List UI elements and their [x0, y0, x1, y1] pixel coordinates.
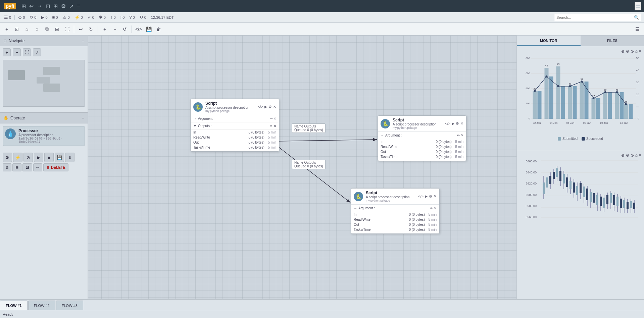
search-button-icon[interactable]: 🔍 [632, 15, 641, 20]
node1-play-btn[interactable]: ▶ [264, 105, 267, 109]
node1-close-icon[interactable]: ✕ [274, 117, 276, 120]
navigate-collapse[interactable]: − [82, 39, 84, 43]
chart-zoom-out[interactable]: ⊖ [626, 49, 629, 54]
canvas-area[interactable]: 🐍 Script A script processor description … [88, 36, 516, 299]
op-btn-save[interactable]: 💾 [55, 153, 64, 162]
node1-outputs-close[interactable]: ✕ [274, 124, 276, 128]
toolbar-redo[interactable]: ↻ [86, 24, 96, 34]
status-item-question[interactable]: ? 0 [128, 15, 136, 20]
top-icon-monitor[interactable]: ⊡ [46, 3, 50, 9]
status-item-stop[interactable]: ■ 0 [51, 15, 59, 20]
status-item-play[interactable]: ▶ 0 [40, 15, 49, 20]
node2-code-btn[interactable]: </> [445, 121, 450, 126]
toolbar-remove[interactable]: ○ [32, 24, 42, 34]
node2-close-btn[interactable]: ✕ [460, 121, 463, 126]
op-btn-img[interactable]: 🖼 [22, 163, 32, 171]
node3-gear-btn[interactable]: ⚙ [429, 194, 432, 199]
op-btn-stop[interactable]: ⊘ [23, 153, 33, 162]
zoom-out-btn[interactable]: − [13, 48, 21, 56]
node2-gear-btn[interactable]: ⚙ [456, 121, 459, 126]
toolbar-refresh[interactable]: ↺ [120, 24, 130, 34]
node3-close-icon[interactable]: ✕ [434, 206, 437, 210]
chart2-menu[interactable]: ≡ [639, 153, 641, 158]
zoom-in-btn[interactable]: + [3, 48, 11, 56]
flow-tab-2[interactable]: FLOW #2 [28, 301, 55, 310]
toolbar-copy[interactable]: ⧉ [42, 24, 52, 34]
fit-btn[interactable]: ⛶ [23, 48, 31, 56]
node3-code-btn[interactable]: </> [418, 194, 424, 199]
op-btn-delete[interactable]: 🗑 DELETE [43, 163, 68, 171]
node1-edit-icon[interactable]: ✏ [270, 117, 273, 120]
node1-gear-btn[interactable]: ⚙ [268, 105, 272, 109]
chart2-fit[interactable]: ⊙ [631, 153, 634, 158]
monitor-tab[interactable]: MONITOR [517, 36, 581, 46]
node3-edit-icon[interactable]: ✏ [430, 206, 433, 210]
flow-tab-1[interactable]: FLOW #1 [0, 301, 28, 310]
top-icon-box[interactable]: ⊞ [53, 3, 58, 9]
status-item-check[interactable]: ✓ 0 [86, 15, 96, 20]
op-btn-edit[interactable]: ✏ [33, 163, 42, 171]
top-icon-gear[interactable]: ⚙ [61, 3, 66, 9]
toolbar-home[interactable]: ⌂ [22, 24, 32, 34]
status-item-list[interactable]: ☰ 0 [3, 15, 12, 20]
search-box[interactable]: 🔍 [554, 14, 641, 21]
toolbar-select-box[interactable]: ⊡ [12, 24, 21, 34]
op-btn-play[interactable]: ▶ [34, 153, 43, 162]
status-item-bolt[interactable]: ⚡ 0 [73, 15, 84, 20]
node3-title: Script [366, 191, 415, 195]
node3-play-btn[interactable]: ▶ [425, 194, 428, 199]
chart-fit[interactable]: ⊙ [631, 49, 634, 54]
top-icon-share[interactable]: ↗ [69, 3, 73, 9]
status-item-sync[interactable]: ↻ 0 [138, 15, 148, 20]
expand-btn[interactable]: ⤢ [33, 48, 41, 56]
svg-line-3 [278, 146, 350, 203]
chart-home[interactable]: ⌂ [635, 49, 638, 54]
op-btn-download[interactable]: ⬇ [65, 153, 75, 162]
chart-zoom-in[interactable]: ⊕ [621, 49, 625, 54]
toolbar-code[interactable]: </> [134, 24, 143, 34]
toolbar-fit[interactable]: ⛶ [62, 24, 72, 34]
node1-code-btn[interactable]: </> [258, 105, 263, 109]
node3-close-btn[interactable]: ✕ [434, 194, 437, 199]
top-icon-arrow[interactable]: → [37, 3, 42, 9]
toolbar-delete[interactable]: 🗑 [154, 24, 163, 34]
chart2-home[interactable]: ⌂ [635, 153, 638, 158]
node3-argument-title: → Argument : [354, 206, 375, 210]
chart-menu[interactable]: ≡ [639, 49, 641, 54]
status-item-up[interactable]: ↑ 0 [109, 15, 117, 20]
op-btn-paste[interactable]: ⊞ [12, 163, 21, 171]
toolbar-cursor[interactable]: + [2, 24, 11, 34]
files-tab[interactable]: FILES [581, 36, 644, 46]
op-btn-settings[interactable]: ⚙ [3, 153, 12, 162]
chart2-zoom-out[interactable]: ⊖ [626, 153, 629, 158]
top-icon-refresh[interactable]: ↩ [29, 3, 34, 9]
flow-tab-3[interactable]: FLOW #3 [56, 301, 83, 310]
op-btn-halt[interactable]: ■ [44, 153, 54, 162]
op-btn-bolt[interactable]: ⚡ [13, 153, 22, 162]
top-icon-edit[interactable]: ≡ [77, 3, 80, 9]
chart2-zoom-in[interactable]: ⊕ [621, 153, 625, 158]
top-icon-grid[interactable]: ⊞ [21, 3, 26, 9]
operate-collapse[interactable]: − [82, 116, 84, 120]
node2-close-icon[interactable]: ✕ [461, 134, 463, 137]
op-btn-copy[interactable]: ⧉ [3, 163, 11, 171]
status-item-warn[interactable]: ⚠ 0 [61, 15, 71, 20]
node2-edit-icon[interactable]: ✏ [457, 134, 460, 137]
status-item-circle[interactable]: ⊙ 0 [17, 15, 26, 20]
toolbar-right-menu[interactable]: ☰ [633, 24, 642, 34]
hamburger-menu[interactable]: ☰ [635, 2, 641, 10]
toolbar-undo[interactable]: ↩ [76, 24, 86, 34]
nav-minimap[interactable] [3, 60, 85, 107]
search-input[interactable] [554, 15, 632, 19]
toolbar-save[interactable]: 💾 [144, 24, 153, 34]
status-item-refresh[interactable]: ↺ 0 [28, 15, 38, 20]
status-item-star[interactable]: ✱ 0 [98, 15, 107, 20]
node2-play-btn[interactable]: ▶ [452, 121, 454, 126]
toolbar-subtract[interactable]: − [110, 24, 119, 34]
node1-close-btn[interactable]: ✕ [273, 105, 276, 109]
toolbar-add[interactable]: + [100, 24, 109, 34]
status-item-exclaim[interactable]: ! 0 [119, 15, 126, 20]
toolbar-sep3 [132, 25, 132, 33]
node1-outputs-edit[interactable]: ✏ [270, 124, 273, 128]
toolbar-paste[interactable]: ⊞ [52, 24, 62, 34]
